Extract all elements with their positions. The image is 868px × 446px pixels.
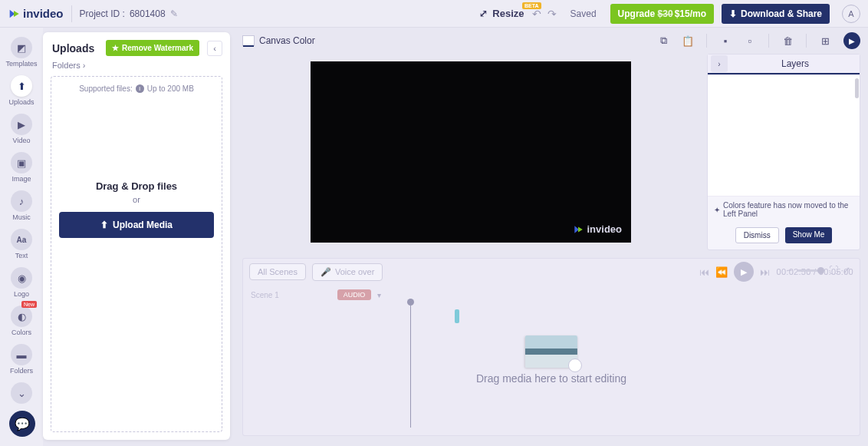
rail-more[interactable]: ⌄ xyxy=(5,379,38,407)
upgrade-button[interactable]: Upgrade $30$15/mo xyxy=(610,4,714,24)
dismiss-button[interactable]: Dismiss xyxy=(735,227,779,243)
canvas-toolbar: Canvas Color ⧉ 📋 ▪ ▫ 🗑 ⊞ ▶ xyxy=(235,28,868,54)
help-chat-button[interactable]: 💬 xyxy=(9,411,35,437)
skip-back-icon[interactable]: ⏮ xyxy=(699,266,709,278)
save-status: Saved xyxy=(570,8,597,19)
supported-files-label: Supported files: i Up to 200 MB xyxy=(79,84,194,93)
fit-icon[interactable]: ⛶ xyxy=(829,265,838,276)
rail-colors[interactable]: New ◐ Colors xyxy=(5,302,38,339)
edit-project-icon[interactable]: ✎ xyxy=(170,8,178,19)
divider xyxy=(71,5,72,22)
brand-logo[interactable]: invideo xyxy=(8,7,64,20)
expand-icon[interactable]: ⤢ xyxy=(843,265,850,276)
main-area: Canvas Color ⧉ 📋 ▪ ▫ 🗑 ⊞ ▶ invideo › Lay… xyxy=(235,28,868,446)
timeline-toolbar: All Scenes 🎤 Voice over ⏮ ⏪ ▶ ⏭ 00:02:50… xyxy=(243,259,860,285)
logo-icon: ◉ xyxy=(11,267,32,289)
image-icon: ▣ xyxy=(11,152,32,173)
timeline-scene-row: Scene 1 AUDIO ▾ xyxy=(243,285,860,305)
layers-panel: › Layers ✦ Colors feature has now moved … xyxy=(707,54,860,250)
uploads-icon: ⬆ xyxy=(11,75,32,97)
voice-over-button[interactable]: 🎤 Voice over xyxy=(312,263,383,281)
star-icon: ★ xyxy=(112,44,119,52)
copy-icon[interactable]: ⧉ xyxy=(654,31,672,50)
templates-icon: ◩ xyxy=(11,37,32,58)
skip-fwd-icon[interactable]: ⏭ xyxy=(760,266,770,278)
all-scenes-button[interactable]: All Scenes xyxy=(249,263,306,280)
timeline-dropzone[interactable]: Drag media here to start editing xyxy=(476,335,626,385)
sparkle-icon: ✦ xyxy=(714,206,720,214)
preview-play-button[interactable]: ▶ xyxy=(843,32,860,49)
dropzone-or: or xyxy=(133,195,140,204)
zoom-out-icon[interactable]: − xyxy=(787,265,792,276)
chat-icon: 💬 xyxy=(15,417,30,431)
folders-icon: ▬ xyxy=(11,344,32,365)
rail-templates[interactable]: ◩ Templates xyxy=(5,34,38,71)
rail-uploads[interactable]: ⬆ Uploads xyxy=(5,72,38,109)
timeline-drop-hint: Drag media here to start editing xyxy=(476,372,626,385)
project-id: Project ID : 6801408 ✎ xyxy=(80,8,178,19)
media-thumb-icon xyxy=(525,335,577,368)
resize-button[interactable]: ⤢ Resize BETA xyxy=(479,8,524,19)
remove-watermark-button[interactable]: ★ Remove Watermark xyxy=(106,40,199,56)
playhead[interactable] xyxy=(410,299,411,428)
track-clip[interactable] xyxy=(455,309,459,323)
layers-hint: ✦ Colors feature has now moved to the Le… xyxy=(708,196,860,223)
canvas-stage: invideo xyxy=(242,54,699,250)
delete-icon[interactable]: 🗑 xyxy=(778,31,797,50)
mic-icon: 🎤 xyxy=(321,267,331,277)
rewind-icon[interactable]: ⏪ xyxy=(715,266,728,278)
layer-back-icon[interactable]: ▪ xyxy=(716,31,735,50)
rail-music[interactable]: ♪ Music xyxy=(5,187,38,224)
download-share-button[interactable]: ⬇ Download & Share xyxy=(722,4,830,24)
layers-list xyxy=(708,74,860,196)
text-icon: Aa xyxy=(11,229,32,250)
dropzone-title: Drag & Drop files xyxy=(96,180,177,192)
redo-icon[interactable]: ↷ xyxy=(547,8,557,20)
rail-logo[interactable]: ◉ Logo xyxy=(5,264,38,301)
video-icon: ▶ xyxy=(11,114,32,135)
collapse-panel-button[interactable]: ‹ xyxy=(207,41,222,56)
resize-icon: ⤢ xyxy=(479,8,488,19)
layers-title: Layers xyxy=(731,58,860,69)
rail-image[interactable]: ▣ Image xyxy=(5,149,38,186)
music-icon: ♪ xyxy=(11,190,32,212)
canvas-color-button[interactable]: Canvas Color xyxy=(242,35,315,46)
canvas-watermark: invideo xyxy=(573,223,622,235)
paste-icon[interactable]: 📋 xyxy=(679,31,697,50)
rail-text[interactable]: Aa Text xyxy=(5,226,38,263)
user-avatar[interactable]: A xyxy=(842,5,860,23)
beta-badge: BETA xyxy=(522,2,541,9)
upload-media-button[interactable]: ⬆ Upload Media xyxy=(59,212,214,238)
scene-label: Scene 1 xyxy=(251,291,279,299)
chevron-down-icon: ⌄ xyxy=(11,382,32,404)
new-badge: New xyxy=(21,301,37,308)
layer-front-icon[interactable]: ▫ xyxy=(741,31,759,50)
chevron-down-icon[interactable]: ▾ xyxy=(377,291,381,299)
top-bar: invideo Project ID : 6801408 ✎ ⤢ Resize … xyxy=(0,0,868,28)
folders-link[interactable]: Folders › xyxy=(43,61,230,76)
color-swatch-icon xyxy=(242,35,255,46)
left-rail: ◩ Templates ⬆ Uploads ▶ Video ▣ Image ♪ … xyxy=(0,28,43,446)
download-icon: ⬇ xyxy=(729,8,737,19)
rail-folders[interactable]: ▬ Folders xyxy=(5,341,38,378)
audio-chip[interactable]: AUDIO xyxy=(337,289,372,300)
zoom-control[interactable]: − ⛶ ⤢ xyxy=(787,265,850,276)
upload-dropzone[interactable]: Supported files: i Up to 200 MB Drag & D… xyxy=(51,76,222,432)
rail-video[interactable]: ▶ Video xyxy=(5,111,38,147)
invideo-logo-icon xyxy=(8,8,20,20)
uploads-title: Uploads xyxy=(52,42,101,55)
layers-collapse-button[interactable]: › xyxy=(711,55,728,72)
colors-icon: ◐ xyxy=(11,306,32,327)
upload-icon: ⬆ xyxy=(100,220,108,230)
timeline-play-button[interactable]: ▶ xyxy=(734,262,754,282)
info-icon[interactable]: i xyxy=(136,84,144,93)
show-me-button[interactable]: Show Me xyxy=(785,227,833,243)
grid-icon[interactable]: ⊞ xyxy=(816,31,834,50)
timeline: All Scenes 🎤 Voice over ⏮ ⏪ ▶ ⏭ 00:02:50… xyxy=(242,258,860,436)
video-canvas[interactable]: invideo xyxy=(311,61,631,243)
zoom-slider[interactable] xyxy=(797,269,824,272)
brand-name: invideo xyxy=(23,7,64,20)
uploads-panel: Uploads ★ Remove Watermark ‹ Folders › S… xyxy=(43,32,230,440)
